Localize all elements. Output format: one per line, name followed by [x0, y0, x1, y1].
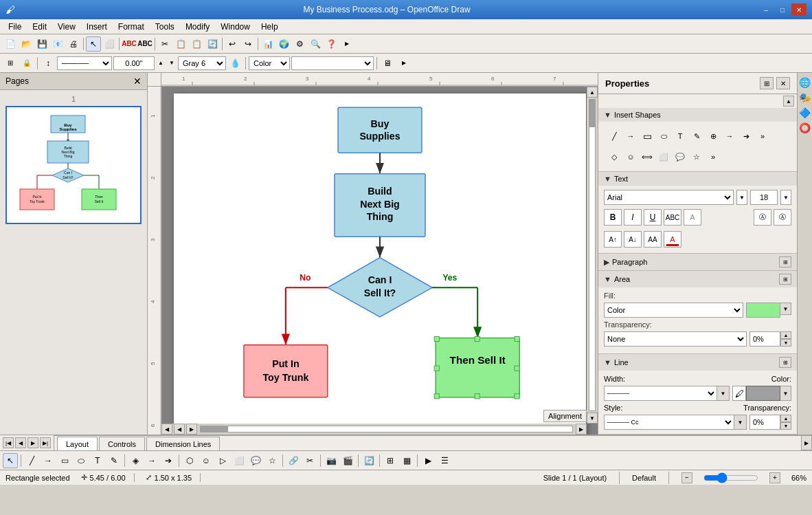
menu-format[interactable]: Format — [113, 21, 150, 33]
draw-align-btn[interactable]: ⊞ — [383, 453, 398, 468]
increase-size-btn[interactable]: A↑ — [604, 231, 622, 248]
tab-scroll-right[interactable]: ▶ — [801, 435, 812, 450]
transparency-value-input[interactable] — [749, 331, 780, 347]
bold-btn[interactable]: B — [604, 209, 622, 226]
email-btn[interactable]: 📧 — [50, 36, 65, 52]
draw-block-arrow-btn[interactable]: ▷ — [215, 453, 230, 468]
trans-down-btn[interactable]: ▼ — [780, 339, 791, 347]
line-style-select2[interactable]: ───── Cc — [604, 415, 734, 430]
line-color-dropdown[interactable]: ▼ — [780, 386, 791, 401]
draw-arrow-btn[interactable]: → — [41, 453, 56, 468]
gallery-btn[interactable]: ⚙ — [292, 36, 307, 52]
draw-curves-btn[interactable]: ◈ — [128, 453, 143, 468]
canvas-scroll[interactable]: Buy Supplies Build Next Big Thing Can I … — [161, 87, 598, 435]
color-btn[interactable]: A — [664, 231, 681, 248]
draw-basic-shapes-btn[interactable]: ⬡ — [182, 453, 197, 468]
scrollbar-bottom[interactable]: ◀ ◀ ▶ ▶ — [161, 424, 587, 435]
tool-rect[interactable]: ▭ — [640, 129, 655, 144]
text-style-btn1[interactable]: Ⓐ — [754, 209, 771, 226]
autocorrect-btn[interactable]: ABC — [137, 36, 153, 52]
insert-shapes-header[interactable]: ▼ Insert Shapes — [598, 108, 797, 122]
draw-insert-image-btn[interactable]: 📷 — [324, 453, 339, 468]
right-tb-btn1[interactable]: 🌐 — [798, 76, 812, 89]
font-size-input[interactable]: 18 — [750, 190, 778, 205]
monitor-btn[interactable]: 🖥 — [380, 56, 395, 71]
draw-freehand-btn[interactable]: ✎ — [106, 453, 122, 468]
spell-btn[interactable]: ABC — [122, 36, 137, 52]
help-btn[interactable]: ❓ — [324, 36, 339, 52]
para-expand-btn[interactable]: ⊞ — [779, 256, 791, 267]
menu-view[interactable]: View — [52, 21, 81, 33]
font-family-select[interactable]: Arial — [604, 190, 734, 205]
navigator-btn[interactable]: 🔍 — [308, 36, 323, 52]
font-size-expand-btn[interactable]: ▼ — [780, 190, 791, 205]
tab-dimension-lines[interactable]: Dimension Lines — [146, 437, 220, 450]
tool-arrow[interactable]: → — [623, 129, 638, 144]
line-width-select[interactable]: ───── — [604, 386, 717, 401]
tool-ellipse[interactable]: ⬭ — [656, 129, 671, 144]
draw-text-btn[interactable]: T — [90, 453, 105, 468]
draw-expand-btn[interactable]: ☰ — [437, 453, 452, 468]
underline-btn[interactable]: U — [644, 209, 662, 226]
draw-flowchart-btn[interactable]: ⬜ — [232, 453, 247, 468]
strikethrough-btn[interactable]: ABC — [664, 209, 681, 226]
menu-tools[interactable]: Tools — [150, 21, 180, 33]
tool-more2[interactable]: » — [706, 149, 721, 164]
line-style-dropdown[interactable]: ▼ — [734, 415, 747, 430]
props-scroll-up-btn[interactable]: ▲ — [783, 96, 794, 107]
toolbar2-expand[interactable]: ▶ — [396, 56, 411, 71]
draw-line-btn[interactable]: ╱ — [24, 453, 39, 468]
tool-cloud[interactable]: 💬 — [673, 149, 688, 164]
zoom-out-btn[interactable]: − — [681, 472, 692, 483]
draw-ellipse-btn[interactable]: ⬭ — [74, 453, 89, 468]
select-tool-btn[interactable]: ↖ — [3, 453, 18, 468]
tab-order-btn[interactable]: ⬜ — [102, 36, 117, 52]
save-btn[interactable]: 💾 — [34, 36, 49, 52]
draw-star-btn[interactable]: ☆ — [264, 453, 280, 468]
scroll-next-page[interactable]: ▶ — [186, 424, 197, 435]
paragraph-header[interactable]: ▶ Paragraph ⊞ — [598, 254, 797, 270]
scroll-prev-page[interactable]: ◀ — [174, 424, 185, 435]
font-expand-btn[interactable]: ▼ — [736, 190, 747, 205]
tool-double-arrow[interactable]: ⟺ — [640, 149, 655, 164]
draw-lines-btn[interactable]: ➔ — [161, 453, 176, 468]
zoom-slider[interactable] — [703, 474, 758, 481]
tool-smiley[interactable]: ☺ — [623, 149, 638, 164]
cut-btn[interactable]: ✂ — [157, 36, 172, 52]
uppercase-btn[interactable]: AA — [644, 231, 662, 248]
color-select[interactable]: Gray 6 — [178, 56, 226, 70]
text-header[interactable]: ▼ Text — [598, 172, 797, 186]
scroll-left-btn[interactable]: ◀ — [161, 424, 172, 435]
close-button[interactable]: ✕ — [791, 3, 807, 16]
tool-flowchart[interactable]: ⬜ — [656, 149, 671, 164]
scroll-track-v[interactable] — [589, 99, 596, 411]
draw-connector-btn[interactable]: → — [144, 453, 159, 468]
minimize-button[interactable]: – — [758, 3, 774, 16]
line-width-input[interactable]: 0.00" — [113, 56, 155, 70]
line-header[interactable]: ▼ Line ⊞ — [598, 354, 797, 371]
trans-up-btn[interactable]: ▲ — [780, 331, 791, 339]
line-trans-up[interactable]: ▲ — [780, 415, 791, 422]
area-expand-btn[interactable]: ⊞ — [779, 274, 791, 285]
line-trans-down[interactable]: ▼ — [780, 422, 791, 430]
scroll-up-btn[interactable]: ▲ — [587, 87, 598, 98]
menu-file[interactable]: File — [3, 21, 27, 33]
transparency-type-select[interactable]: None — [604, 331, 747, 347]
tool-text[interactable]: T — [673, 129, 688, 144]
text-style-btn2[interactable]: Ⓐ — [774, 209, 791, 226]
color-mode-select[interactable]: Color — [249, 56, 290, 70]
draw-rotate-btn[interactable]: 🔄 — [361, 453, 376, 468]
down-spin[interactable]: ▼ — [167, 56, 177, 71]
scrollbar-right[interactable]: ▲ ▼ — [587, 87, 598, 424]
draw-rect-btn[interactable]: ▭ — [57, 453, 72, 468]
menu-insert[interactable]: Insert — [81, 21, 113, 33]
draw-display-grid-btn[interactable]: ▶ — [420, 453, 436, 468]
tool-callout[interactable]: ✎ — [689, 129, 704, 144]
chart-btn[interactable]: 📊 — [260, 36, 275, 52]
line-style-select[interactable]: ───── — [57, 56, 112, 70]
right-tb-btn2[interactable]: 🎭 — [798, 91, 812, 105]
menu-edit[interactable]: Edit — [27, 21, 52, 33]
tab-prev-btn[interactable]: ◀ — [15, 437, 26, 448]
props-scroll-up[interactable]: ▲ — [598, 94, 797, 108]
right-tb-btn3[interactable]: 🔷 — [798, 106, 812, 120]
